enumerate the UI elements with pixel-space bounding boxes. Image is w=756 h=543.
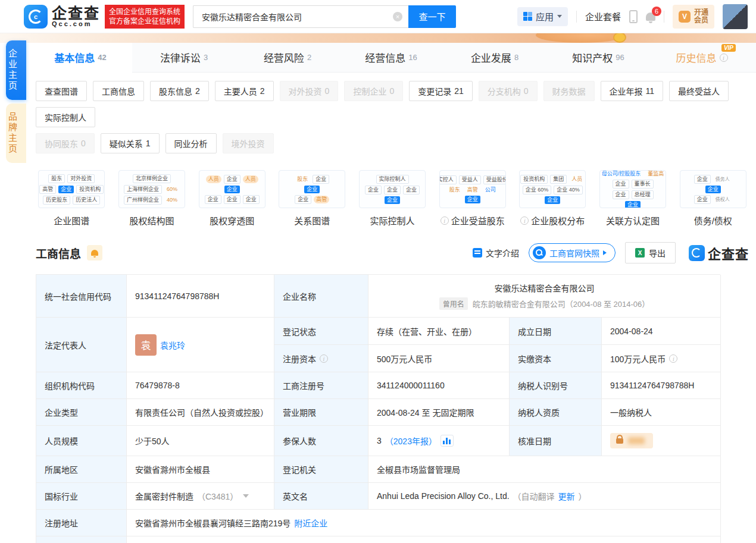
search-input[interactable] (202, 12, 393, 21)
org-code-value: 76479878-8 (127, 372, 274, 399)
tab-count: 42 (98, 53, 106, 62)
vip-locked-value[interactable] (610, 433, 653, 448)
official-snapshot-button[interactable]: 工商官网快照 (529, 243, 616, 262)
card-company-graph[interactable]: 股东对外投资 高管企业投资机构 历史股东历史法人 企业图谱 (33, 170, 110, 227)
card-caption: 实际控制人 (370, 214, 415, 227)
card-caption: 企业股权分布 (520, 214, 585, 227)
text-intro-link[interactable]: 文字介绍 (473, 247, 519, 259)
trend-chart-icon[interactable] (441, 435, 454, 447)
card-related-party[interactable]: 母公司/控股股东董监高 企业董事长 企业总经理 企业 关联方认定图 (595, 170, 671, 227)
clear-search-icon[interactable]: × (393, 12, 402, 21)
card-actual-controller[interactable]: 实际控制人 企业企业企业 企业 实际控制人 (354, 170, 431, 227)
staff-size-label: 人员规模 (36, 426, 127, 456)
tab-intellectual-property[interactable]: 知识产权 96 (546, 43, 650, 72)
tab-history-info[interactable]: VIP 历史信息 (650, 43, 754, 72)
subnav-peer-analysis[interactable]: 同业分析 (165, 133, 217, 153)
subnav-change-records[interactable]: 变更记录21 (409, 81, 473, 101)
info-icon (720, 54, 728, 62)
tab-legal-litigation[interactable]: 法律诉讼 3 (132, 43, 236, 72)
tab-operation-info[interactable]: 经营信息 16 (339, 43, 443, 72)
coin-graphic (536, 33, 625, 43)
table-row: 所属地区 安徽省滁州市全椒县 登记机关 全椒县市场监督管理局 (36, 456, 720, 483)
company-graph-thumbnail: 股东对外投资 高管企业投资机构 历史股东历史法人 (38, 170, 105, 208)
card-caption: 关联方认定图 (606, 214, 660, 227)
region-value: 安徽省滁州市全椒县 (127, 456, 274, 483)
subnav-label: 疑似关系 (110, 137, 143, 149)
notifications[interactable]: 6 (646, 12, 655, 21)
monitor-bell-button[interactable] (87, 245, 102, 260)
tab-label: 历史信息 (676, 50, 717, 65)
subnav-label: 最终受益人 (678, 85, 720, 97)
tab-operation-risk[interactable]: 经营风险 2 (236, 43, 339, 72)
tab-count: 16 (408, 53, 417, 62)
establish-date-value: 2004-08-24 (602, 318, 721, 345)
card-caption: 企业受益股东 (441, 214, 505, 227)
arrow-right-icon (603, 250, 607, 255)
qcc-watermark-logo: 企查查 (689, 243, 749, 262)
industry-code: （C3481） (197, 490, 238, 502)
tab-count: 96 (616, 53, 624, 62)
sidebar-tab-company-home[interactable]: 企业主页 (6, 40, 26, 100)
subnav-co-shareholders: 协同股东0 (36, 133, 95, 153)
subnav: 查查图谱 工商信息 股东信息2 主要人员2 对外投资0 控制企业0 变更记录21… (29, 73, 756, 153)
chevron-down-icon[interactable] (243, 494, 249, 498)
subnav-financial-data: 财务数据 (543, 81, 595, 101)
badge-line1: 全国企业信用查询系统 (109, 7, 180, 17)
legal-rep-label: 法定代表人 (36, 318, 127, 372)
card-equity-distribution[interactable]: 投资机构集团人员 企业 60%企业 40% 企业 企业股权分布 (514, 170, 591, 227)
tab-label: 经营风险 (264, 50, 304, 65)
mobile-app-icon[interactable] (629, 10, 638, 23)
subnav-label: 主要人员 (224, 85, 257, 97)
tab-label: 经营信息 (365, 50, 405, 65)
subnav-key-personnel[interactable]: 主要人员2 (215, 81, 274, 101)
subnav-ultimate-beneficiary[interactable]: 最终受益人 (669, 81, 729, 101)
qcc-logo-text: 企查查 (708, 243, 749, 262)
reg-status-value: 存续（在营、开业、在册） (368, 318, 510, 345)
tab-basic-info[interactable]: 基本信息 42 (29, 43, 132, 73)
qcc-logo-icon[interactable]: c (24, 5, 48, 29)
subnav-shareholders[interactable]: 股东信息2 (150, 81, 209, 101)
subnav-count: 0 (389, 86, 394, 96)
card-debt-credit[interactable]: 企业债务人 企业 企业债权人 债务/债权 (674, 170, 751, 227)
english-name-value: Anhui Leda Precision Alloy Co., Ltd. (377, 491, 510, 501)
subnav-chachatupu[interactable]: 查查图谱 (36, 81, 87, 101)
company-name-label: 企业名称 (274, 275, 368, 318)
subnav-count: 21 (454, 86, 464, 96)
enterprise-package-link[interactable]: 企业套餐 (585, 10, 621, 23)
credit-code-value: 91341124764798788H (127, 275, 274, 318)
promo-banner[interactable] (0, 33, 756, 43)
apps-menu[interactable]: 应用 (517, 7, 568, 26)
subnav-suspected-relations[interactable]: 疑似关系1 (101, 133, 160, 153)
card-relationship-graph[interactable]: 股东企业 企业 企业高管 关系图谱 (274, 170, 351, 227)
card-equity-penetration[interactable]: 人员企业人员 企业 企业企业企业 股权穿透图 (193, 170, 270, 227)
sidebar-tab-brand-home[interactable]: 品牌主页 (6, 103, 26, 163)
user-avatar[interactable] (723, 4, 748, 29)
search-button[interactable]: 查一下 (408, 5, 456, 28)
translate-update-link[interactable]: 更新 (558, 490, 575, 502)
subnav-business-info[interactable]: 工商信息 (93, 81, 144, 101)
tab-company-development[interactable]: 企业发展 8 (443, 43, 546, 72)
qcc-logo[interactable]: 企查查 Qcc.com (52, 6, 100, 27)
former-name-value: 皖东韵敏精密合金有限公司（2004-08 至 2014-06） (473, 298, 650, 309)
insured-annual-report-link[interactable]: （2023年报） (385, 435, 437, 447)
subnav-count: 0 (524, 86, 529, 96)
legal-rep-link[interactable]: 袁兆玲 (160, 339, 185, 351)
info-icon[interactable] (320, 354, 328, 363)
info-icon[interactable] (669, 354, 677, 363)
open-vip-button[interactable]: V 开通 会员 (673, 5, 714, 29)
subnav-annual-reports[interactable]: 企业年报11 (601, 81, 664, 101)
subnav-actual-controller[interactable]: 实际控制人 (36, 107, 95, 127)
excel-icon: X (635, 248, 645, 258)
company-name-value: 安徽乐达精密合金有限公司 (495, 282, 595, 294)
debt-credit-thumbnail: 企业债务人 企业 企业债权人 (680, 170, 746, 208)
card-beneficiary-shareholders[interactable]: 实控人受益人受益股份 股东高管公司 企业 企业受益股东 (434, 170, 511, 227)
card-equity-structure[interactable]: 北京样例企业 上海样例企业60% 广州样例企业40% 股权结构图 (114, 170, 190, 227)
subnav-count: 0 (81, 139, 86, 148)
search-bar: × 查一下 (193, 5, 456, 28)
english-name-label: 英文名 (274, 483, 368, 510)
divider (664, 11, 664, 23)
business-term-value: 2004-08-24 至 无固定期限 (368, 399, 510, 426)
export-button[interactable]: X 导出 (625, 242, 676, 263)
nearby-companies-link[interactable]: 附近企业 (294, 517, 327, 529)
industry-label: 国标行业 (36, 483, 127, 510)
